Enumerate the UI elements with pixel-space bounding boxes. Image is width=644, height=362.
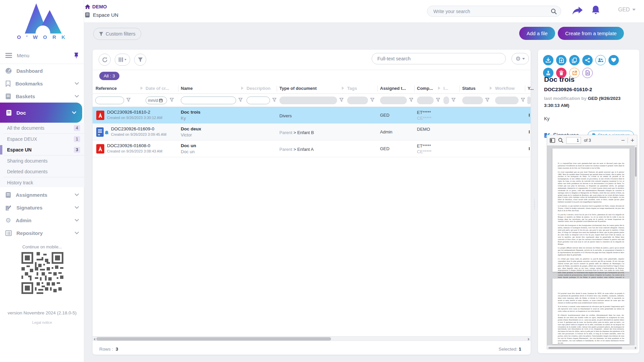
sidebar-item-deleted-documents[interactable]: Deleted documents xyxy=(0,166,84,177)
breadcrumb[interactable]: DEMO xyxy=(85,4,107,9)
create-from-template-button[interactable]: Create from a template xyxy=(558,27,624,40)
column-header-workflow[interactable]: Workflow xyxy=(495,86,515,91)
filter-description[interactable] xyxy=(247,97,270,104)
scroll-right-arrow[interactable] xyxy=(635,347,636,349)
column-header-date[interactable]: Date of cr... xyxy=(146,86,169,91)
share-forward-icon[interactable] xyxy=(572,6,583,16)
fulltext-search-input[interactable] xyxy=(377,56,500,61)
table-horizontal-scrollbar[interactable] xyxy=(93,336,531,341)
sidebar-item-baskets[interactable]: Baskets xyxy=(0,90,84,103)
legal-notice-link[interactable]: Legal notice xyxy=(0,320,84,324)
sidebar-item-assignments[interactable]: Assignments xyxy=(0,188,84,201)
table-row[interactable]: DOC230926-01610-2 Created on 9/26/2023 3… xyxy=(93,107,531,124)
filter-status[interactable] xyxy=(462,97,483,104)
search-icon[interactable] xyxy=(551,8,557,14)
user-menu[interactable]: GED xyxy=(618,7,636,13)
row-created: Created on 9/26/2023 3:30:12 AM xyxy=(107,116,162,120)
share-button[interactable] xyxy=(582,55,593,65)
columns-button[interactable] xyxy=(115,54,130,66)
search-icon[interactable] xyxy=(558,138,563,143)
filter-funnel-icon[interactable] xyxy=(485,98,489,102)
filter-funnel-icon[interactable] xyxy=(370,98,374,102)
pin-icon[interactable] xyxy=(74,53,79,58)
menu-toggle[interactable]: Menu xyxy=(0,50,84,61)
sidebar-item-dashboard[interactable]: Dashboard xyxy=(0,64,84,77)
row-reference: DOC230926-01609-0 xyxy=(111,126,166,131)
table-settings-button[interactable]: ⚙ xyxy=(512,53,529,64)
column-header-type[interactable]: Type of document xyxy=(279,86,317,91)
table-row[interactable]: w DOC230926-01609-0 Created on 9/26/2023… xyxy=(93,124,531,140)
column-header-y[interactable]: Y... xyxy=(528,86,534,91)
sidebar-item-repository[interactable]: Repository xyxy=(0,227,84,239)
refresh-button[interactable] xyxy=(99,54,111,66)
download-button[interactable] xyxy=(543,55,553,65)
column-header-assigned[interactable]: Assigned t... xyxy=(380,86,406,91)
filter-funnel-icon[interactable] xyxy=(339,98,343,102)
column-header-tags[interactable]: Tags xyxy=(347,86,357,91)
filter-funnel-icon[interactable] xyxy=(126,98,130,102)
copy-button[interactable] xyxy=(569,55,580,65)
submenu-label: Sharing documents xyxy=(7,158,48,164)
custom-filters-button[interactable]: Custom filters xyxy=(93,28,141,40)
sidebar-item-all-the-documents[interactable]: All the documents 4 xyxy=(0,123,84,133)
sidebar-item-bookmarks[interactable]: Bookmarks xyxy=(0,77,84,90)
filter-type[interactable] xyxy=(279,97,337,104)
sidebar-item-espace-deux[interactable]: Espace DEUX 1 xyxy=(0,134,84,144)
filter-funnel-icon[interactable] xyxy=(521,98,525,102)
filter-name[interactable] xyxy=(181,97,236,104)
panel-resize-handle[interactable]: ⋮⋮⋮⋮⋮⋮⋮⋮ xyxy=(533,200,535,209)
document-button[interactable] xyxy=(582,68,593,78)
table-row[interactable]: DOC230926-01608-0 Created on 9/26/2023 3… xyxy=(93,140,531,157)
zoom-in-button[interactable]: + xyxy=(631,137,634,144)
import-file-button[interactable] xyxy=(556,55,567,65)
all-count-chip[interactable]: All : 3 xyxy=(99,72,119,80)
filter-tags[interactable] xyxy=(347,97,368,104)
filters-button[interactable] xyxy=(134,54,146,66)
sidebar-item-doc[interactable]: Doc xyxy=(0,103,82,123)
filter-workflow[interactable] xyxy=(495,97,519,104)
sidebar-item-signatures[interactable]: Signatures xyxy=(0,201,84,214)
pdf-pages-area[interactable]: Il y a aujourd'hui trois cent quarante-h… xyxy=(547,146,637,346)
add-file-button[interactable]: Add a file xyxy=(519,27,555,40)
favorite-button[interactable] xyxy=(608,55,619,65)
filter-funnel-icon[interactable] xyxy=(170,98,174,102)
column-header-description[interactable]: Description xyxy=(247,86,271,91)
users-button[interactable] xyxy=(595,55,606,65)
sidebar-item-espace-un[interactable]: Espace UN 3 xyxy=(0,144,84,155)
global-search-input[interactable] xyxy=(433,9,551,14)
pdf-vertical-scrollbar[interactable] xyxy=(635,146,637,346)
filter-funnel-icon[interactable] xyxy=(238,98,243,102)
column-header-reference[interactable]: Reference xyxy=(96,86,117,91)
filter-reference[interactable] xyxy=(95,97,124,104)
filter-i[interactable] xyxy=(443,97,449,104)
zoom-out-button[interactable]: − xyxy=(621,137,625,144)
filter-funnel-icon[interactable] xyxy=(451,98,455,102)
filter-y[interactable] xyxy=(527,97,531,104)
scrollbar-thumb[interactable] xyxy=(548,347,622,349)
filter-funnel-icon[interactable] xyxy=(436,98,440,102)
sidebar-item-sharing-documents[interactable]: Sharing documents xyxy=(0,156,84,166)
filter-company[interactable] xyxy=(417,97,434,104)
sidebar-item-admin[interactable]: ⚙ Admin xyxy=(0,214,84,227)
filter-date[interactable]: mm/d xyxy=(146,97,167,104)
sidebar-item-history-track[interactable]: History track xyxy=(0,177,84,188)
sidebar-toggle-icon[interactable] xyxy=(550,138,555,143)
column-header-i[interactable]: I... xyxy=(443,86,448,91)
scroll-left-arrow[interactable] xyxy=(94,338,95,341)
column-header-name[interactable]: Name xyxy=(181,86,193,91)
divider xyxy=(525,85,525,92)
page-number-input[interactable] xyxy=(566,137,581,144)
divider xyxy=(93,70,531,70)
notifications-bell-icon[interactable] xyxy=(591,5,600,15)
chevron-down-icon xyxy=(632,9,636,11)
column-header-status[interactable]: Status xyxy=(462,86,476,91)
scroll-right-arrow[interactable] xyxy=(528,338,530,341)
scrollbar-thumb[interactable] xyxy=(96,337,331,341)
filter-assigned[interactable] xyxy=(380,97,407,104)
scrollbar-thumb[interactable] xyxy=(635,147,637,177)
filter-funnel-icon[interactable] xyxy=(272,98,276,102)
pdf-horizontal-scrollbar[interactable] xyxy=(547,346,637,350)
column-header-company[interactable]: Comp... xyxy=(417,86,433,91)
filter-funnel-icon[interactable] xyxy=(409,98,413,102)
sidebar-item-label: Repository xyxy=(16,230,75,236)
